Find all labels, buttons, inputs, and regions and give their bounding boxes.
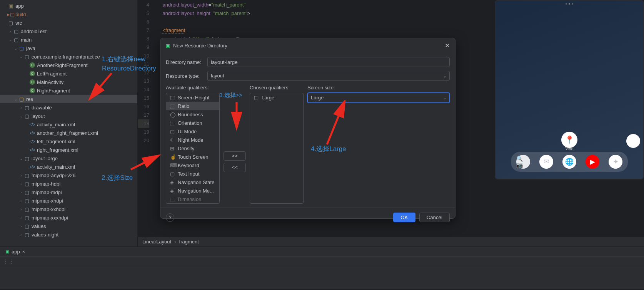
tree-item-drawable[interactable]: ›▢drawable: [0, 103, 137, 112]
tree-item-xml[interactable]: </>activity_main.xml: [0, 163, 137, 171]
tree-item-xml[interactable]: </>left_fragment.xml: [0, 137, 137, 146]
tree-item-values-night[interactable]: ›▢values-night: [0, 230, 137, 239]
emulator-panel: 📍 Vere 🔍 📷 ✉ 🌐 ▶ ✦: [495, 0, 644, 179]
tree-item-main[interactable]: ⌄▢main: [0, 35, 137, 44]
tab-label: app: [12, 249, 20, 255]
android-icon: ▣: [5, 249, 9, 254]
tree-item-mipmap[interactable]: ›▢mipmap-xxhdpi: [0, 205, 137, 213]
breadcrumb-bar: LinearLayout › fragment: [138, 236, 644, 246]
tree-item-res[interactable]: ⌄▢res: [0, 95, 137, 103]
tree-label: mipmap-xxhdpi: [32, 206, 65, 212]
tree-item-mipmap[interactable]: ›▢mipmap-anydpi-v26: [0, 171, 137, 179]
tree-item-mipmap[interactable]: ›▢mipmap-xhdpi: [0, 196, 137, 205]
gmail-icon: ✉: [539, 155, 553, 169]
qual-item[interactable]: ▢UI Mode: [166, 127, 219, 136]
folder-icon: ▸▢: [8, 12, 14, 17]
breadcrumb-item[interactable]: fragment: [179, 239, 199, 245]
ratio-icon: ⬚: [170, 103, 175, 109]
close-icon[interactable]: ×: [22, 249, 25, 255]
cancel-button[interactable]: Cancel: [419, 213, 450, 222]
directory-name-input[interactable]: [207, 57, 450, 67]
breadcrumb-item[interactable]: LinearLayout: [142, 239, 171, 245]
project-tree[interactable]: ▣app ▸▢build ▢src ›▢androidTest ⌄▢main ⌄…: [0, 0, 138, 246]
tree-item-xml[interactable]: </>another_right_fragment.xml: [0, 129, 137, 137]
navmethod-icon: ◈: [170, 188, 175, 194]
emu-app-icon: [626, 134, 640, 148]
add-qualifier-button[interactable]: >>: [224, 151, 246, 161]
qual-item[interactable]: ⬚Orientation: [166, 119, 219, 127]
ok-button[interactable]: OK: [393, 213, 415, 222]
folder-icon: ▢: [24, 198, 30, 204]
qual-item[interactable]: ⬚Large: [250, 93, 303, 102]
tree-item-mipmap[interactable]: ›▢mipmap-hdpi: [0, 179, 137, 188]
folder-icon: ▢: [24, 113, 30, 119]
tree-item-class[interactable]: CMainActivity: [0, 78, 137, 86]
tree-item-xml[interactable]: </>activity_main.xml: [0, 120, 137, 129]
qual-item[interactable]: ☝Touch Screen: [166, 153, 219, 161]
folder-icon: ▢: [24, 181, 30, 187]
folder-icon: ▢: [13, 37, 19, 43]
chosen-qualifiers-list[interactable]: ⬚Large: [250, 93, 304, 204]
qual-item[interactable]: ◯Roundness: [166, 110, 219, 119]
search-icon: 🔍 📷: [516, 155, 530, 169]
class-icon: C: [29, 62, 35, 68]
tree-item-build[interactable]: ▸▢build: [0, 10, 137, 18]
folder-icon: ▢: [24, 189, 30, 195]
photos-icon: ✦: [609, 155, 622, 169]
class-icon: C: [29, 71, 35, 76]
tree-label: layout: [32, 113, 45, 119]
qual-item[interactable]: ⬚Ratio: [166, 102, 219, 110]
qual-item[interactable]: ⌨Keyboard: [166, 161, 219, 169]
class-icon: C: [29, 79, 35, 85]
qual-item[interactable]: ▢Text Input: [166, 169, 219, 178]
tree-item-app[interactable]: ▣app: [0, 2, 137, 10]
tree-item-layout[interactable]: ⌄▢layout: [0, 112, 137, 120]
tree-item-mipmap[interactable]: ›▢mipmap-xxxhdpi: [0, 213, 137, 222]
qual-item[interactable]: ◈Navigation Me...: [166, 186, 219, 195]
qual-item[interactable]: ⬚Screen Height: [166, 93, 219, 102]
tree-label: com.example.fragmentpractice: [32, 54, 100, 60]
qual-item[interactable]: ⬚Dimension: [166, 195, 219, 203]
close-icon[interactable]: ✕: [445, 42, 450, 49]
height-icon: ⬚: [170, 95, 175, 101]
tree-item-androidTest[interactable]: ›▢androidTest: [0, 27, 137, 35]
tree-item-xml[interactable]: </>right_fragment.xml: [0, 146, 137, 154]
tree-item-class[interactable]: CRightFragment: [0, 86, 137, 95]
package-icon: ▢: [24, 54, 30, 60]
tree-item-class[interactable]: CAnotherRightFragment: [0, 61, 137, 69]
select-value: layout: [211, 73, 224, 79]
qual-item[interactable]: ⊞Density: [166, 144, 219, 153]
tree-label: values-night: [32, 232, 58, 238]
tree-item-mipmap[interactable]: ›▢mipmap-mdpi: [0, 188, 137, 196]
available-qualifiers-list[interactable]: ⬚Screen Height ⬚Ratio ◯Roundness ⬚Orient…: [166, 93, 220, 204]
tree-item-class[interactable]: CLeftFragment: [0, 69, 137, 78]
youtube-icon: ▶: [586, 155, 599, 169]
tree-item-package[interactable]: ⌄▢com.example.fragmentpractice: [0, 52, 137, 61]
chrome-icon: 🌐: [562, 155, 576, 169]
xml-icon: </>: [29, 122, 35, 127]
resource-type-select[interactable]: layout ⌄: [207, 71, 450, 81]
qual-item[interactable]: ☾Night Mode: [166, 136, 219, 144]
toolwindow-bar: ⋮⋮: [0, 256, 644, 266]
directory-name-label: Directory name:: [166, 59, 204, 65]
tree-label: androidTest: [21, 28, 47, 34]
screen-size-select[interactable]: Large ⌄: [307, 93, 450, 103]
qual-item[interactable]: ◈Navigation State: [166, 178, 219, 186]
bottom-tabs: ▣ app ×: [0, 246, 644, 256]
folder-icon: ▢: [13, 28, 19, 34]
tree-label: right_fragment.xml: [37, 147, 78, 153]
folder-icon: ▢: [24, 156, 30, 161]
tree-item-values[interactable]: ›▢values: [0, 222, 137, 230]
orientation-icon: ⬚: [170, 120, 175, 126]
bottom-tab-app[interactable]: ▣ app ×: [3, 248, 27, 255]
module-icon: ▣: [8, 3, 14, 9]
folder-icon: ▢: [24, 215, 30, 221]
touch-icon: ☝: [170, 154, 175, 160]
tree-item-java[interactable]: ⌄▢java: [0, 44, 137, 52]
folder-icon: ▢: [8, 20, 14, 26]
remove-qualifier-button[interactable]: <<: [224, 163, 246, 172]
tree-label: LeftFragment: [37, 71, 67, 77]
tree-item-layout-large[interactable]: ⌄▢layout-large: [0, 154, 137, 163]
tree-item-src[interactable]: ▢src: [0, 18, 137, 27]
help-button[interactable]: ?: [166, 213, 174, 222]
